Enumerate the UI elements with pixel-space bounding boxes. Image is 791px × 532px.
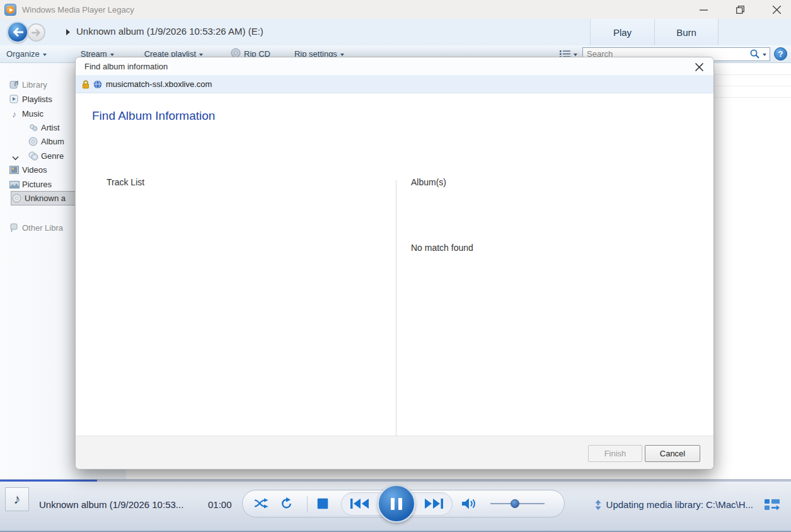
dialog-heading: Find Album Information [92,109,215,123]
library-update-status: Updating media library: C:\Mac\H... [595,499,753,510]
volume-knob[interactable] [511,499,519,508]
lock-icon [82,80,89,89]
playback-bar: ♪ Unknown album (1/9/2026 10:53... 01:00 [0,479,791,531]
album-cd-icon [28,137,38,147]
artist-icon [28,123,38,133]
dialog-close-button[interactable] [691,60,707,74]
wmp-app-icon [4,4,16,16]
dialog-body: Find Album Information Track List Album(… [76,93,713,437]
sidebar-item-playlists[interactable]: Playlists [9,93,52,106]
now-playing-text: Unknown album (1/9/2026 10:53... [39,499,183,510]
dialog-address-bar: musicmatch-ssl.xboxlive.com [76,75,713,93]
sidebar-item-other-libraries[interactable]: Other Libra [9,221,63,234]
help-button[interactable]: ? [774,47,787,61]
tab-burn[interactable]: Burn [654,19,719,45]
title-bar: Windows Media Player Legacy [0,0,791,19]
maximize-button[interactable] [725,0,754,19]
shuffle-button[interactable] [254,498,269,509]
breadcrumb-arrow-icon[interactable] [66,29,70,35]
wmp-window: Windows Media Player Legacy Unknown albu… [0,0,791,532]
seek-progress [0,480,97,482]
sidebar-item-artist[interactable]: Artist [28,121,60,134]
library-icon [9,80,20,90]
seek-bar[interactable] [0,480,791,482]
sync-arrows-icon [595,500,601,510]
window-title: Windows Media Player Legacy [22,5,134,14]
switch-to-now-playing-button[interactable] [765,499,780,514]
playlists-icon [9,95,20,105]
find-album-information-dialog: Find album information musicmatch-ssl.xb… [75,57,714,470]
genre-icon [28,151,38,161]
previous-button[interactable] [350,499,369,509]
chevron-down-icon [43,54,47,56]
volume-slider[interactable] [490,499,545,508]
forward-button[interactable] [27,23,45,42]
status-text: Updating media library: C:\Mac\H... [606,499,753,510]
search-icon[interactable] [750,49,759,59]
album-art-thumbnail[interactable]: ♪ [5,487,29,511]
no-match-message: No match found [411,243,473,253]
chevron-expanded-icon[interactable] [12,156,19,161]
chevron-down-icon [110,54,114,56]
back-button[interactable] [7,21,28,43]
sidebar-item-genre[interactable]: Genre [28,149,64,163]
organize-menu[interactable]: Organize [0,45,53,62]
sidebar-item-library[interactable]: Library [9,78,47,91]
dialog-footer: Finish Cancel [76,436,713,469]
chevron-down-icon [574,54,577,56]
navigation-bar: Unknown album (1/9/2026 10:53:26 AM) (E:… [0,19,791,45]
other-libraries-icon [9,223,20,233]
sidebar-item-videos[interactable]: Videos [9,163,47,176]
tab-play[interactable]: Play [590,19,654,45]
volume-mute-button[interactable] [462,498,477,509]
breadcrumb[interactable]: Unknown album (1/9/2026 10:53:26 AM) (E:… [76,26,263,37]
sidebar-item-pictures[interactable]: Pictures [9,178,52,191]
albums-header: Album(s) [411,177,446,187]
pause-button[interactable] [378,485,415,523]
close-button[interactable] [762,0,791,19]
stop-button[interactable] [318,499,328,509]
music-note-icon: ♪ [9,109,20,119]
search-options-chevron-icon[interactable] [763,54,766,56]
track-list-header: Track List [107,177,144,187]
sidebar-item-album[interactable]: Album [28,135,64,148]
next-button[interactable] [424,499,443,509]
transport-controls [242,490,565,518]
music-note-icon: ♪ [14,491,21,507]
dialog-title: Find album information [84,62,168,71]
controls-divider [307,496,308,512]
globe-icon [93,80,102,89]
column-divider [396,180,396,458]
pictures-icon [9,180,20,190]
chevron-down-icon [199,54,203,56]
videos-icon [9,165,20,175]
cd-icon [11,194,22,204]
minimize-button[interactable] [689,0,718,19]
repeat-button[interactable] [280,497,293,510]
chevron-down-icon [340,54,344,56]
dialog-title-bar: Find album information [76,57,713,75]
elapsed-time: 01:00 [208,499,232,510]
finish-button[interactable]: Finish [588,445,642,462]
cancel-button[interactable]: Cancel [645,445,700,462]
sidebar-item-music[interactable]: ♪ Music [9,107,43,120]
dialog-url: musicmatch-ssl.xboxlive.com [106,79,212,89]
